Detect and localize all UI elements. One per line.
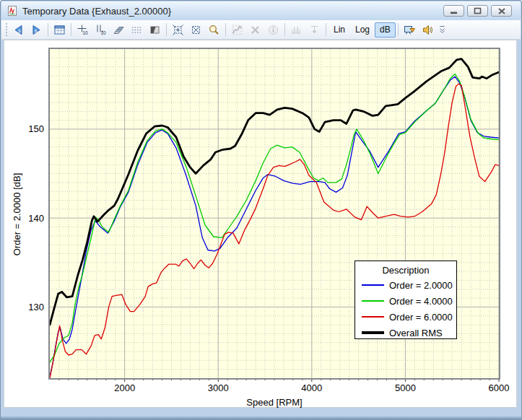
x-axis-title: Speed [RPM] [246, 397, 302, 408]
window-icon [6, 5, 18, 17]
log-scale-button[interactable]: Log [350, 22, 375, 38]
close-button[interactable] [491, 5, 512, 17]
magnifier-icon [208, 24, 220, 36]
remove-curve-icon [249, 24, 261, 36]
svg-text:s: s [35, 27, 38, 32]
overlay-button[interactable] [110, 21, 128, 38]
toolbar-separator [326, 23, 326, 36]
magnifier-button[interactable] [205, 21, 223, 38]
restore-button[interactable] [467, 5, 488, 17]
curve-icon [231, 24, 243, 36]
minimize-icon [450, 8, 458, 14]
remove-curve-button [246, 21, 264, 38]
export-icon [404, 24, 416, 36]
toolbar-overflow[interactable] [438, 22, 447, 38]
y-axis-title: Order = 2.0000 [dB] [12, 173, 22, 256]
sections-button[interactable] [128, 21, 146, 38]
waterfall-button[interactable] [146, 21, 164, 38]
legend-entry: Order = 4.0000 [355, 293, 456, 309]
legend-line-swatch [362, 316, 384, 318]
legend-title: Description [355, 263, 456, 277]
toolbar-separator [71, 23, 71, 36]
overlay-layers-icon [113, 24, 125, 36]
spectrum-icon [290, 24, 303, 36]
harmonic-cursor-icon: 10 [95, 24, 107, 36]
next-icon: s [30, 24, 43, 36]
lin-scale-button[interactable]: Lin [329, 22, 350, 38]
window-title: Temporary Data {Exhaust_2.00000} [22, 6, 171, 17]
zoom-in-button[interactable] [169, 21, 187, 38]
title-bar[interactable]: Temporary Data {Exhaust_2.00000} [1, 1, 521, 20]
window-controls [443, 5, 512, 17]
legend-entry-label: Overall RMS [389, 328, 443, 338]
legend-entry: Overall RMS [355, 325, 456, 341]
svg-text:10: 10 [83, 30, 89, 35]
legend-entry-label: Order = 4.0000 [389, 296, 453, 307]
data-grid-icon [53, 24, 66, 36]
legend-entry-label: Order = 6.0000 [389, 312, 453, 323]
curve-edit-button [228, 21, 246, 38]
previous-icon: s [12, 24, 25, 36]
toolbar-separator [166, 23, 167, 36]
single-cursor-button[interactable]: 10 [74, 21, 92, 38]
svg-text:s: s [18, 27, 21, 32]
export-button[interactable] [401, 21, 419, 38]
dotted-sections-icon [131, 24, 143, 36]
legend: Description Order = 2.0000Order = 4.0000… [354, 261, 457, 339]
legend-entry: Order = 2.0000 [355, 277, 456, 293]
info-icon [267, 24, 279, 36]
harmonic-cursor-button[interactable]: 10 [92, 21, 110, 38]
toolbar-separator [48, 23, 48, 36]
app-window: Temporary Data {Exhaust_2.00000} ss1010L… [0, 0, 522, 420]
toolbar-grip[interactable] [4, 22, 9, 38]
legend-line-swatch [362, 331, 384, 334]
anchor-icon [308, 24, 321, 36]
spectrum-cursor-button [287, 21, 305, 38]
audio-replay-button[interactable] [419, 21, 437, 38]
restore-icon [474, 7, 482, 14]
toolbar-separator [398, 23, 399, 36]
minimize-button[interactable] [443, 5, 464, 17]
legend-line-swatch [362, 300, 384, 302]
toolbar-separator [225, 23, 226, 36]
zoom-in-icon [172, 24, 184, 36]
data-grid-button[interactable] [51, 21, 69, 38]
toolbar: ss1010LinLogdB [1, 20, 521, 40]
legend-entries: Order = 2.0000Order = 4.0000Order = 6.00… [355, 277, 456, 341]
legend-entry: Order = 6.0000 [355, 309, 456, 325]
db-scale-button[interactable]: dB [375, 22, 396, 38]
next-data-button[interactable]: s [27, 21, 45, 38]
svg-text:10: 10 [101, 30, 107, 35]
legend-line-swatch [362, 284, 384, 286]
waterfall-icon [149, 24, 161, 36]
info-button [264, 21, 282, 38]
fixed-cursor-button [305, 21, 323, 38]
zoom-out-icon [190, 24, 202, 36]
single-cursor-icon: 10 [77, 24, 89, 36]
close-icon [498, 8, 505, 14]
legend-entry-label: Order = 2.0000 [389, 280, 453, 291]
zoom-out-button[interactable] [187, 21, 205, 38]
toolbar-separator [284, 23, 285, 36]
previous-data-button[interactable]: s [9, 21, 27, 38]
speaker-icon [422, 24, 434, 36]
